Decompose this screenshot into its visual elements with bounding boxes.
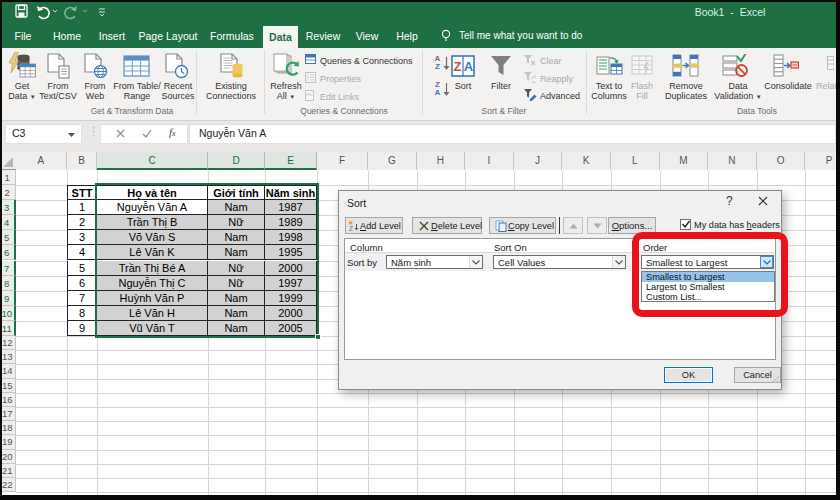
- svg-text:A: A: [464, 59, 474, 74]
- svg-text:Z: Z: [454, 59, 462, 74]
- svg-text:Z: Z: [349, 225, 353, 232]
